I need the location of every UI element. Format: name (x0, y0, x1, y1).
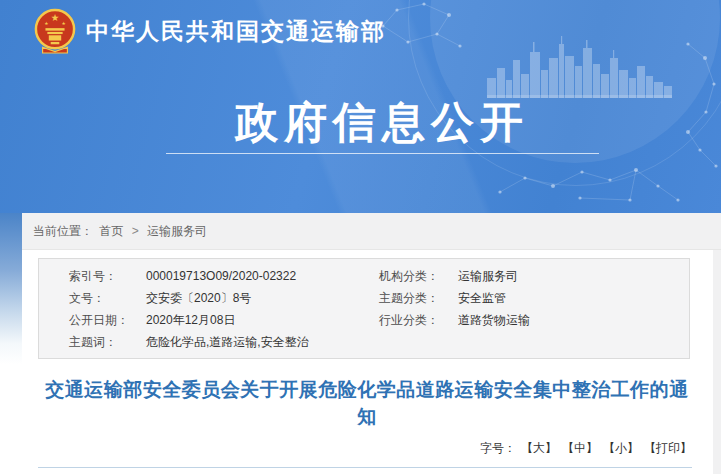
national-emblem-icon: ★ ★ ★ (34, 7, 76, 55)
font-size-toolbar: 字号：【大】【中】【小】【打印】 (480, 440, 692, 457)
svg-text:★: ★ (44, 21, 48, 26)
font-size-medium-button[interactable]: 【中】 (562, 441, 598, 455)
meta-value-org-category: 运输服务司 (458, 265, 689, 287)
meta-label-keywords: 主题词： (69, 331, 146, 353)
document-metadata-table: 索引号： 000019713O09/2020-02322 机构分类： 运输服务司… (38, 258, 690, 359)
svg-text:★: ★ (61, 21, 65, 26)
meta-value-empty (458, 331, 689, 353)
breadcrumb: 当前位置： 首页 > 运输服务司 (22, 213, 721, 250)
meta-value-keywords: 危险化学品,道路运输,安全整治 (146, 331, 379, 353)
print-button[interactable]: 【打印】 (644, 441, 692, 455)
meta-value-docnumber: 交安委〔2020〕8号 (146, 287, 379, 309)
page-title-underline (166, 153, 599, 154)
font-size-small-button[interactable]: 【小】 (603, 441, 639, 455)
site-name: 中华人民共和国交通运输部 (86, 16, 386, 47)
breadcrumb-home-link[interactable]: 首页 (99, 224, 123, 238)
metadata-row-keywords: 主题词： 危险化学品,道路运输,安全整治 (39, 331, 689, 353)
document-title: 交通运输部安全委员会关于开展危险化学品道路运输安全集中整治工作的通知 (42, 376, 692, 430)
site-banner: ★ ★ ★ 中华人民共和国交通运输部 政府信息公开 (0, 0, 721, 213)
site-logo[interactable]: ★ ★ ★ 中华人民共和国交通运输部 (34, 7, 386, 55)
breadcrumb-label: 当前位置： (33, 224, 93, 238)
meta-label-empty (379, 331, 458, 353)
metadata-row-index: 索引号： 000019713O09/2020-02322 机构分类： 运输服务司 (39, 265, 689, 287)
meta-value-index: 000019713O09/2020-02322 (146, 265, 379, 287)
left-gradient-decoration (0, 213, 22, 474)
meta-value-pubdate: 2020年12月08日 (146, 309, 379, 331)
meta-label-index: 索引号： (69, 265, 146, 287)
breadcrumb-department-link[interactable]: 运输服务司 (147, 224, 207, 238)
meta-label-org-category: 机构分类： (379, 265, 458, 287)
font-size-large-button[interactable]: 【大】 (521, 441, 557, 455)
meta-label-docnumber: 文号： (69, 287, 146, 309)
meta-label-pubdate: 公开日期： (69, 309, 146, 331)
metadata-row-pubdate: 公开日期： 2020年12月08日 行业分类： 道路货物运输 (39, 309, 689, 331)
meta-label-industry-category: 行业分类： (379, 309, 458, 331)
breadcrumb-separator-icon: > (132, 224, 139, 238)
content-card: 索引号： 000019713O09/2020-02322 机构分类： 运输服务司… (22, 250, 713, 474)
meta-value-topic-category: 安全监管 (458, 287, 689, 309)
page-title: 政府信息公开 (62, 94, 702, 152)
meta-label-topic-category: 主题分类： (379, 287, 458, 309)
meta-value-industry-category: 道路货物运输 (458, 309, 689, 331)
content-divider (38, 467, 692, 468)
font-size-label: 字号： (480, 441, 516, 455)
metadata-row-docnumber: 文号： 交安委〔2020〕8号 主题分类： 安全监管 (39, 287, 689, 309)
svg-text:★: ★ (51, 12, 60, 23)
